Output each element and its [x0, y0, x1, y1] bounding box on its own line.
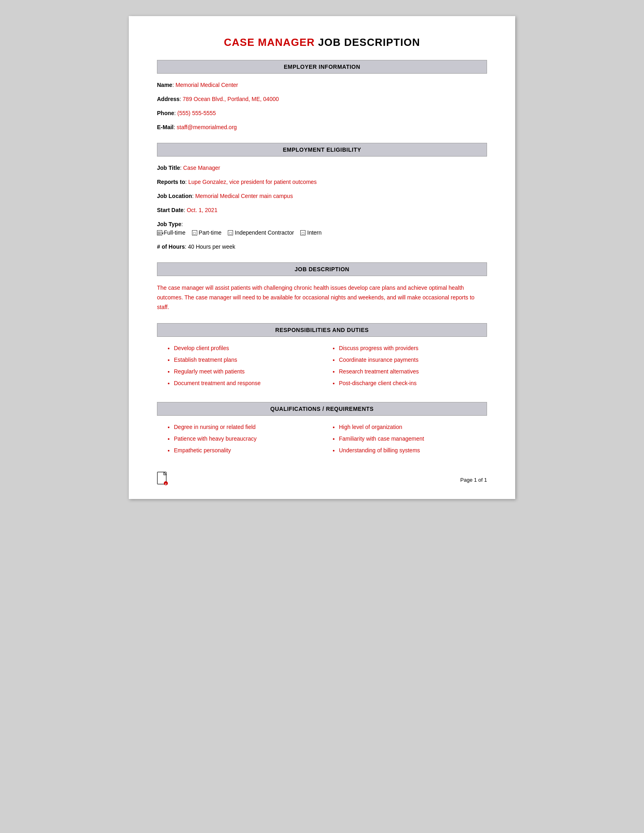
- list-item: Post-discharge client check-ins: [339, 379, 487, 388]
- employer-phone-value: (555) 555-5555: [178, 110, 216, 116]
- list-item: Develop client profiles: [174, 344, 322, 353]
- job-location-value: Memorial Medical Center main campus: [195, 193, 293, 199]
- employer-email-row: E-Mail: staff@memorialmed.org: [157, 123, 487, 132]
- employer-email-value: staff@memorialmed.org: [177, 124, 237, 130]
- employer-address-value: 789 Ocean Blvd., Portland, ME, 04000: [183, 96, 279, 102]
- job-location-row: Job Location: Memorial Medical Center ma…: [157, 192, 487, 200]
- list-item: Coordinate insurance payments: [339, 356, 487, 364]
- job-title-value: Case Manager: [183, 165, 220, 171]
- list-item: Empathetic personality: [174, 446, 322, 455]
- parttime-option: □ Part-time: [192, 229, 222, 237]
- responsibilities-left-column: Develop client profiles Establish treatm…: [157, 344, 322, 391]
- list-item: Familiarity with case management: [339, 435, 487, 443]
- employer-address-row: Address: 789 Ocean Blvd., Portland, ME, …: [157, 95, 487, 103]
- qualifications-header: QUALIFICATIONS / REQUIREMENTS: [157, 402, 487, 416]
- hours-row: # of Hours: 40 Hours per week: [157, 243, 487, 251]
- doc-icon: e: [157, 472, 168, 488]
- employer-phone-label: Phone: [157, 110, 174, 116]
- list-item: Discuss progress with providers: [339, 344, 487, 353]
- job-type-options: ☒ Full-time □ Part-time □ Independent Co…: [157, 229, 487, 237]
- responsibilities-section: RESPONSIBILITIES AND DUTIES Develop clie…: [157, 323, 487, 391]
- intern-checkbox[interactable]: □: [300, 230, 305, 235]
- qualifications-list: Degree in nursing or related field Patie…: [157, 423, 487, 458]
- employment-eligibility-header: EMPLOYMENT ELIGIBILITY: [157, 143, 487, 157]
- intern-option: □ Intern: [300, 229, 322, 237]
- responsibilities-list: Develop client profiles Establish treatm…: [157, 344, 487, 391]
- employer-address-label: Address: [157, 96, 180, 102]
- job-location-label: Job Location: [157, 193, 192, 199]
- job-description-header: JOB DESCRIPTION: [157, 262, 487, 276]
- job-title-label: Job Title: [157, 165, 180, 171]
- reports-to-label: Reports to: [157, 179, 185, 185]
- job-type-label: Job Type: [157, 221, 181, 227]
- employer-name-row: Name: Memorial Medical Center: [157, 81, 487, 89]
- title-red-part: CASE MANAGER: [224, 36, 315, 48]
- list-item: Understanding of billing systems: [339, 446, 487, 455]
- qualifications-right-column: High level of organization Familiarity w…: [322, 423, 487, 458]
- page-footer: e Page 1 of 1: [157, 472, 487, 488]
- qualifications-section: QUALIFICATIONS / REQUIREMENTS Degree in …: [157, 402, 487, 458]
- title-black-part: JOB DESCRIPTION: [315, 36, 420, 48]
- document-page: CASE MANAGER JOB DESCRIPTION EMPLOYER IN…: [129, 16, 515, 499]
- fulltime-option: ☒ Full-time: [157, 229, 186, 237]
- list-item: Document treatment and response: [174, 379, 322, 388]
- employer-phone-row: Phone: (555) 555-5555: [157, 109, 487, 118]
- start-date-label: Start Date: [157, 207, 184, 213]
- list-item: Establish treatment plans: [174, 356, 322, 364]
- contractor-label: Independent Contractor: [235, 229, 294, 237]
- responsibilities-right-column: Discuss progress with providers Coordina…: [322, 344, 487, 391]
- employer-info-header: EMPLOYER INFORMATION: [157, 60, 487, 74]
- parttime-checkbox[interactable]: □: [192, 230, 197, 235]
- job-type-row: Job Type: ☒ Full-time □ Part-time □ Inde…: [157, 220, 487, 237]
- contractor-option: □ Independent Contractor: [228, 229, 294, 237]
- job-description-section: JOB DESCRIPTION The case manager will as…: [157, 262, 487, 312]
- fulltime-checkbox[interactable]: ☒: [157, 230, 162, 235]
- list-item: High level of organization: [339, 423, 487, 431]
- employer-name-value: Memorial Medical Center: [175, 82, 238, 88]
- hours-label: # of Hours: [157, 243, 185, 250]
- job-description-text: The case manager will assist patients wi…: [157, 283, 487, 312]
- qualifications-left-column: Degree in nursing or related field Patie…: [157, 423, 322, 458]
- fulltime-label: Full-time: [164, 229, 186, 237]
- reports-to-value: Lupe Gonzalez, vice president for patien…: [188, 179, 317, 185]
- responsibilities-header: RESPONSIBILITIES AND DUTIES: [157, 323, 487, 337]
- parttime-label: Part-time: [199, 229, 222, 237]
- employer-email-label: E-Mail: [157, 124, 173, 130]
- employment-eligibility-section: EMPLOYMENT ELIGIBILITY Job Title: Case M…: [157, 143, 487, 251]
- hours-value: 40 Hours per week: [188, 243, 235, 250]
- list-item: Patience with heavy bureaucracy: [174, 435, 322, 443]
- employer-info-section: EMPLOYER INFORMATION Name: Memorial Medi…: [157, 60, 487, 132]
- contractor-checkbox[interactable]: □: [228, 230, 233, 235]
- employer-name-label: Name: [157, 82, 172, 88]
- list-item: Regularly meet with patients: [174, 367, 322, 376]
- intern-label: Intern: [307, 229, 322, 237]
- list-item: Degree in nursing or related field: [174, 423, 322, 431]
- footer-page-number: Page 1 of 1: [460, 477, 487, 483]
- job-title-row: Job Title: Case Manager: [157, 164, 487, 172]
- start-date-value: Oct. 1, 2021: [187, 207, 217, 213]
- main-title: CASE MANAGER JOB DESCRIPTION: [157, 36, 487, 49]
- svg-text:e: e: [165, 482, 167, 485]
- list-item: Research treatment alternatives: [339, 367, 487, 376]
- start-date-row: Start Date: Oct. 1, 2021: [157, 206, 487, 214]
- reports-to-row: Reports to: Lupe Gonzalez, vice presiden…: [157, 178, 487, 186]
